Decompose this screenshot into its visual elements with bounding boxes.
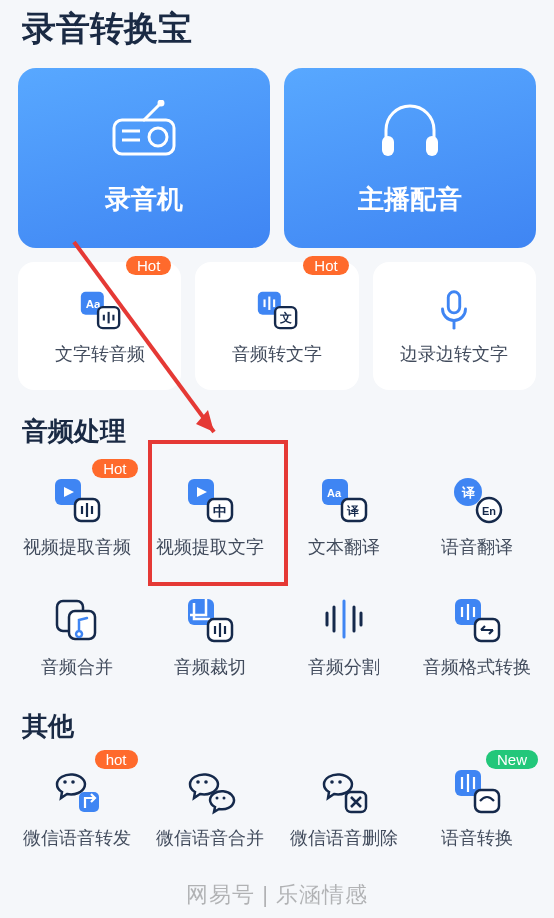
grid-label: 视频提取音频 [23, 535, 131, 559]
radio-icon [108, 100, 180, 164]
svg-point-56 [71, 780, 75, 784]
hot-badge: Hot [92, 459, 137, 478]
svg-rect-6 [382, 136, 394, 156]
grid-other: hot 微信语音转发 微信语音合并 [0, 754, 554, 856]
audio-crop-icon [184, 593, 236, 645]
item-audio-merge[interactable]: 音频合并 [10, 587, 144, 685]
feature-label: 文字转音频 [55, 342, 145, 366]
svg-point-5 [159, 101, 163, 105]
section-audio-processing: 音频处理 [0, 390, 554, 459]
svg-point-62 [330, 780, 334, 784]
item-wechat-forward[interactable]: hot 微信语音转发 [10, 758, 144, 856]
video-text-icon: 中 [184, 473, 236, 525]
hot-badge: Hot [303, 256, 348, 275]
item-audio-split[interactable]: 音频分割 [277, 587, 411, 685]
svg-text:译: 译 [346, 504, 360, 518]
grid-label: 微信语音合并 [156, 826, 264, 850]
convert-icon [451, 764, 503, 816]
app-title: 录音转换宝 [0, 0, 554, 68]
svg-point-60 [216, 797, 219, 800]
audio-merge-icon [51, 593, 103, 645]
grid-label: 语音转换 [441, 826, 513, 850]
wechat-forward-icon [51, 764, 103, 816]
svg-point-61 [223, 797, 226, 800]
headphones-icon [374, 100, 446, 164]
svg-rect-57 [79, 792, 99, 812]
wechat-merge-icon [184, 764, 236, 816]
item-wechat-merge[interactable]: 微信语音合并 [144, 758, 278, 856]
svg-point-59 [204, 780, 208, 784]
item-other-4[interactable]: New 语音转换 [411, 758, 545, 856]
voice-translate-icon: 译 En [451, 473, 503, 525]
svg-point-63 [338, 780, 342, 784]
svg-line-4 [144, 104, 160, 120]
item-other-3[interactable]: 微信语音删除 [277, 758, 411, 856]
text-audio-icon: Aa [77, 286, 123, 332]
grid-label: 音频格式转换 [423, 655, 531, 679]
item-video-extract-audio[interactable]: Hot 视频提取音频 [10, 467, 144, 565]
grid-audio: Hot 视频提取音频 中 视频提取文字 [0, 459, 554, 685]
feature-label: 边录边转文字 [400, 342, 508, 366]
item-text-translate[interactable]: Aa 译 文本翻译 [277, 467, 411, 565]
grid-label: 视频提取文字 [156, 535, 264, 559]
dubbing-label: 主播配音 [358, 182, 462, 217]
hero-row: 录音机 主播配音 [0, 68, 554, 248]
svg-text:En: En [482, 505, 496, 517]
feature-text-to-audio[interactable]: Hot Aa 文字转音频 [18, 262, 181, 390]
svg-text:文: 文 [279, 311, 292, 325]
watermark: 网易号 | 乐涵情感 [186, 880, 368, 910]
feature-record-convert[interactable]: 边录边转文字 [373, 262, 536, 390]
grid-label: 语音翻译 [441, 535, 513, 559]
feature-row: Hot Aa 文字转音频 Hot 文 音频转文字 [0, 248, 554, 390]
hot-badge: hot [95, 750, 138, 769]
item-voice-translate[interactable]: 译 En 语音翻译 [411, 467, 545, 565]
video-audio-icon [51, 473, 103, 525]
grid-label: 文本翻译 [308, 535, 380, 559]
item-audio-format[interactable]: 音频格式转换 [411, 587, 545, 685]
svg-point-58 [196, 780, 200, 784]
svg-rect-69 [475, 790, 499, 812]
section-other: 其他 [0, 685, 554, 754]
audio-text-icon: 文 [254, 286, 300, 332]
recorder-label: 录音机 [105, 182, 183, 217]
wechat-delete-icon [318, 764, 370, 816]
item-audio-crop[interactable]: 音频裁切 [144, 587, 278, 685]
grid-label: 音频合并 [41, 655, 113, 679]
microphone-icon [431, 286, 477, 332]
feature-audio-to-text[interactable]: Hot 文 音频转文字 [195, 262, 358, 390]
svg-text:译: 译 [461, 485, 476, 500]
new-badge: New [486, 750, 538, 769]
svg-text:中: 中 [213, 503, 227, 519]
text-translate-icon: Aa 译 [318, 473, 370, 525]
svg-point-1 [149, 128, 167, 146]
hero-dubbing[interactable]: 主播配音 [284, 68, 536, 248]
item-video-extract-text[interactable]: 中 视频提取文字 [144, 467, 278, 565]
svg-rect-0 [114, 120, 174, 154]
feature-label: 音频转文字 [232, 342, 322, 366]
hero-recorder[interactable]: 录音机 [18, 68, 270, 248]
audio-split-icon [318, 593, 370, 645]
grid-label: 音频分割 [308, 655, 380, 679]
grid-label: 音频裁切 [174, 655, 246, 679]
hot-badge: Hot [126, 256, 171, 275]
svg-text:Aa: Aa [327, 487, 342, 499]
svg-point-55 [63, 780, 67, 784]
grid-label: 微信语音转发 [23, 826, 131, 850]
grid-label: 微信语音删除 [290, 826, 398, 850]
svg-rect-7 [426, 136, 438, 156]
svg-rect-20 [449, 292, 461, 313]
audio-format-icon [451, 593, 503, 645]
